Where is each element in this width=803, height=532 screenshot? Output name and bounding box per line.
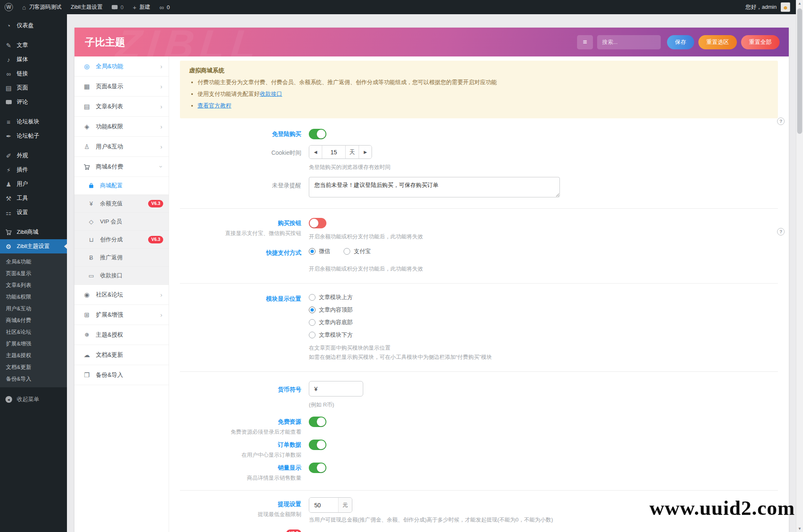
not-login-textarea[interactable]: 您当前未登录！建议登陆后购买，可保存购买订单 [309,177,560,197]
inbox-icon: ⊔ [87,237,95,243]
sidebar-item-users[interactable]: ♟ 用户 [0,177,67,191]
free-login-toggle[interactable] [309,129,326,139]
sidebar-item-appearance[interactable]: ✐ 外观 [0,148,67,163]
avatar[interactable] [780,2,790,12]
module-pos-option-content-bottom[interactable]: 文章内容底部 [309,319,778,326]
submenu-item-store-pay[interactable]: 商城&付费 [0,315,67,326]
adminbar-comments[interactable]: 0 [107,0,128,14]
sidebar-item-comments[interactable]: 评论 [0,95,67,109]
stepper-decrement-button[interactable]: ◀ [309,146,322,159]
submenu-item-docs-update[interactable]: 文档&更新 [0,361,67,373]
nav-item-function-rights[interactable]: ◈ 功能&权限 › [74,117,169,137]
cart-icon [83,164,91,170]
module-pos-option-above-module[interactable]: 文章模块上方 [309,294,778,301]
quick-pay-caption: 开启余额功能或积分支付功能后，此功能将失效 [309,265,778,273]
submenu-item-backup-import[interactable]: 备份&导入 [0,373,67,385]
cookie-time-input[interactable] [322,146,345,159]
save-button[interactable]: 保存 [667,35,694,49]
withdraw-min-input[interactable] [309,498,338,512]
subnav-label: 收款接口 [100,272,123,279]
sales-display-toggle[interactable] [309,463,326,473]
search-input[interactable] [597,35,661,49]
subnav-item-creation-share[interactable]: ⊔ 创作分成 V6.3 [74,231,169,249]
submenu-item-page-display[interactable]: 页面&显示 [0,268,67,279]
quick-pay-option-wechat[interactable]: 微信 [309,248,330,255]
submenu-item-extensions[interactable]: 扩展&增强 [0,338,67,350]
sidebar-item-tools[interactable]: ⚒ 工具 [0,191,67,205]
official-tutorial-link[interactable]: 查看官方教程 [198,102,231,109]
subnav-item-balance-recharge[interactable]: ¥ 余额充值 V6.3 [74,195,169,213]
free-resource-toggle[interactable] [309,417,326,427]
adminbar-links[interactable]: ∞ 0 [155,0,174,14]
nav-item-user-interact[interactable]: ♙ 用户&互动 › [74,137,169,157]
currency-symbol-input[interactable] [309,381,363,396]
quick-pay-option-alipay[interactable]: 支付宝 [344,248,371,255]
field-sublabel-sales-display: 商品详情显示销售数量 [180,474,301,482]
sidebar-item-posts[interactable]: ✎ 文章 [0,38,67,52]
subnav-item-payment-api[interactable]: ▭ 收款接口 [74,267,169,285]
adminbar-theme-settings[interactable]: Zibll主题设置 [66,0,107,14]
nav-item-theme-license[interactable]: ✵ 主题&授权 [74,325,169,345]
field-label-module-position: 模块显示位置 [180,294,301,304]
subnav-item-store-config[interactable]: 商城配置 [74,177,169,195]
subnav-label: 余额充值 [100,200,123,207]
sidebar-item-forum-posts[interactable]: ✒ 论坛帖子 [0,129,67,143]
sidebar-item-dashboard[interactable]: ◔ 仪表盘 [0,18,67,33]
submenu-item-global[interactable]: 全局&功能 [0,256,67,268]
withdraw-min-group: 元 [309,497,352,513]
help-icon[interactable]: ? [777,228,785,235]
sidebar-item-plugins[interactable]: ⚡ 插件 [0,163,67,177]
wp-logo-menu[interactable]: W [0,0,18,14]
notice-line: 使用支付功能请先配置好收款接口 [198,90,769,98]
sidebar-item-zibll-store[interactable]: Zibll商城 [0,225,67,239]
reset-all-button[interactable]: 重置全部 [741,35,780,49]
nav-item-extensions[interactable]: ⊞ 扩展&增强 › [74,305,169,325]
submenu-item-function-rights[interactable]: 功能&权限 [0,291,67,303]
field-sublabel-withdraw: 提现最低金额限制 [180,510,301,518]
site-name-menu[interactable]: ⌂ 刀客源码测试 [18,0,66,14]
nav-item-docs-update[interactable]: ☁ 文档&更新 [74,345,169,365]
adminbar-new[interactable]: + 新建 [128,0,155,14]
window-scrollbar[interactable]: ▲ ▼ [796,0,803,532]
collapse-menu-button[interactable]: ◀ 收起菜单 [0,392,67,407]
submenu-item-post-list[interactable]: 文章&列表 [0,279,67,291]
nav-item-global[interactable]: ◎ 全局&功能 › [74,56,169,77]
submenu-item-user-interact[interactable]: 用户&互动 [0,303,67,315]
nav-label: 备份&导入 [96,371,123,379]
order-data-toggle[interactable] [309,440,326,450]
nav-item-page-display[interactable]: ▦ 页面&显示 › [74,77,169,97]
sidebar-item-pages[interactable]: ▤ 页面 [0,81,67,95]
collapse-icon: ◀ [5,396,13,403]
nav-item-post-list[interactable]: ▤ 文章&列表 › [74,97,169,117]
sidebar-item-settings[interactable]: ⚏ 设置 [0,205,67,220]
sidebar-item-zibll-theme-settings[interactable]: ⚙ Zibll主题设置 [0,239,67,253]
sidebar-label: 页面 [17,84,28,92]
scroll-up-icon[interactable]: ▲ [796,0,803,7]
submenu-item-theme-license[interactable]: 主题&授权 [0,350,67,361]
nav-item-store-pay[interactable]: 商城&付费 › [74,157,169,177]
sidebar-item-media[interactable]: ♪ 媒体 [0,52,67,66]
subnav-item-vip-member[interactable]: ◇ VIP 会员 [74,213,169,231]
scroll-down-icon[interactable]: ▼ [796,525,803,532]
stepper-increment-button[interactable]: ▶ [359,146,372,159]
site-watermark: www.uuid2.com [649,496,795,520]
buy-button-toggle[interactable] [309,218,326,228]
subnav-item-promotion-rebate[interactable]: Ƀ 推广返佣 [74,249,169,267]
wp-sidebar: ◔ 仪表盘 ✎ 文章 ♪ 媒体 ∞ 链接 ▤ 页面 评论 ≡ 论坛板块 ✒ 论坛… [0,14,67,532]
adminbar-greeting[interactable]: 您好，admin [746,3,777,11]
module-pos-option-below-module[interactable]: 文章模块下方 [309,331,778,339]
version-badge: V6.3 [148,236,163,243]
settings-nav: ◎ 全局&功能 › ▦ 页面&显示 › ▤ 文章&列表 › ◈ 功能&权限 › … [74,56,169,532]
sidebar-item-links[interactable]: ∞ 链接 [0,66,67,81]
payment-api-link[interactable]: 收款接口 [260,91,282,97]
sidebar-item-forum-sections[interactable]: ≡ 论坛板块 [0,115,67,129]
reset-section-button[interactable]: 重置选区 [698,35,737,49]
settings-subnav: 商城配置 ¥ 余额充值 V6.3 ◇ VIP 会员 ⊔ 创作分成 V6.3 [74,177,169,285]
nav-item-community-forum[interactable]: ◉ 社区&论坛 › [74,285,169,305]
scrollbar-thumb[interactable] [797,8,802,134]
module-pos-option-content-top[interactable]: 文章内容顶部 [309,306,778,314]
help-icon[interactable]: ? [777,118,785,125]
search-menu-icon-button[interactable]: ≡ [577,35,593,49]
nav-item-backup-import[interactable]: ❐ 备份&导入 [74,365,169,385]
submenu-item-community-forum[interactable]: 社区&论坛 [0,326,67,338]
